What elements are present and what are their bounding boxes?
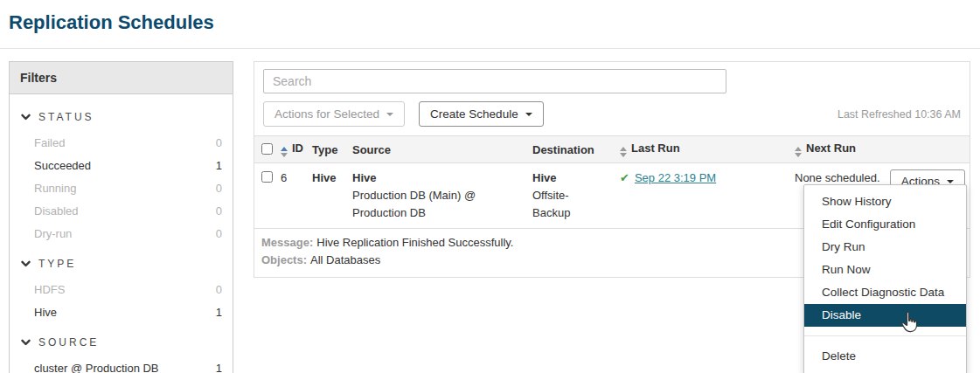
search-row [254,62,970,100]
row-select-cell [254,163,277,229]
filter-section-source: SOURCE cluster @ Production DB 1 [20,336,222,373]
filter-item-count: 0 [216,281,222,298]
row-destination-cell: Hive Offsite- Backup [529,163,616,229]
column-header-label: Source [352,143,391,156]
filters-body: STATUS Failed 0 Succeeded 1 Running [10,94,233,373]
row-last-run-cell: ✔Sep 22 3:19 PM [616,163,791,229]
create-schedule-label: Create Schedule [430,107,518,121]
filter-item-count: 0 [216,225,222,242]
actions-for-selected-button[interactable]: Actions for Selected [263,101,405,127]
filter-item-label: Dry-run [34,225,72,242]
filter-section-source-header[interactable]: SOURCE [20,336,222,349]
menu-item-show-history[interactable]: Show History [804,190,966,213]
filter-item-count: 1 [216,157,222,174]
row-source-cell: Hive Production DB (Main) @ Production D… [349,163,529,229]
destination-service: Hive [532,169,613,187]
filter-section-label: STATUS [38,111,94,123]
column-header-label: Last Run [631,142,680,155]
filter-item-label: Succeeded [34,157,91,174]
menu-item-collect-diagnostic-data[interactable]: Collect Diagnostic Data [804,281,966,304]
filter-item-running[interactable]: Running 0 [20,176,222,199]
message-value: Hive Replication Finished Successfully. [316,236,513,249]
column-header-label: Destination [532,143,594,156]
filter-items: HDFS 0 Hive 1 [20,278,222,323]
filter-item-count: 1 [216,360,222,373]
sort-icon [620,147,627,157]
filter-section-type-header[interactable]: TYPE [20,258,222,270]
filter-items: Failed 0 Succeeded 1 Running 0 Disable [20,131,222,245]
column-header-label: Type [312,143,337,156]
filter-item-hdfs[interactable]: HDFS 0 [20,278,222,300]
filter-item-disabled[interactable]: Disabled 0 [20,199,222,222]
objects-label: Objects: [261,253,307,266]
menu-item-dry-run[interactable]: Dry Run [804,236,966,259]
caret-down-icon [947,180,954,183]
chevron-down-icon [21,111,31,123]
column-header-destination: Destination [529,136,616,163]
filter-item-label: Failed [34,135,65,151]
filter-item-succeeded[interactable]: Succeeded 1 [20,154,222,176]
chevron-down-icon [21,336,31,349]
destination-detail-line: Backup [532,204,613,222]
objects-value: All Databases [310,253,380,266]
sort-icon [281,147,288,157]
destination-detail-line: Offsite- [532,187,613,204]
filter-item-count: 0 [216,180,222,197]
column-header-source: Source [349,136,529,163]
filter-section-type: TYPE HDFS 0 Hive 1 [20,258,222,323]
filter-item-dry-run[interactable]: Dry-run 0 [20,222,222,245]
menu-item-run-now[interactable]: Run Now [804,259,966,281]
select-all-header [254,136,277,163]
filter-item-label: Disabled [34,203,79,219]
filter-item-count: 0 [216,135,222,151]
chevron-down-icon [21,258,31,270]
column-header-type: Type [309,136,349,163]
row-id-cell: 6 [277,163,309,229]
header-divider [0,48,980,49]
menu-item-edit-configuration[interactable]: Edit Configuration [804,213,966,236]
menu-item-disable[interactable]: Disable [804,304,966,327]
last-run-link[interactable]: Sep 22 3:19 PM [635,171,716,184]
toolbar: Actions for Selected Create Schedule Las… [254,100,970,135]
filter-item-count: 1 [216,304,222,321]
sort-icon [795,147,802,157]
column-header-next-run[interactable]: Next Run [791,136,970,163]
filter-item-hive[interactable]: Hive 1 [20,300,222,323]
replication-schedules-page: Replication Schedules Filters STATUS Fai… [0,0,980,373]
menu-item-delete[interactable]: Delete [804,345,966,368]
caret-down-icon [525,113,532,116]
column-header-label: ID [292,142,303,155]
message-label: Message: [261,236,313,249]
actions-for-selected-label: Actions for Selected [275,107,379,121]
filter-item-label: Running [34,180,76,197]
table-header-row: ID Type Source Destination Last Run Next… [254,136,970,163]
select-all-checkbox[interactable] [261,143,273,155]
actions-dropdown-menu: Show History Edit Configuration Dry Run … [803,184,967,373]
column-header-last-run[interactable]: Last Run [616,136,791,163]
create-schedule-button[interactable]: Create Schedule [419,101,544,127]
row-type-cell: Hive [309,163,349,229]
filters-header: Filters [10,62,233,94]
source-detail-line: Production DB (Main) @ [352,187,525,204]
filter-item-cluster-production-db[interactable]: cluster @ Production DB 1 [20,356,222,373]
filter-item-label: cluster @ Production DB [34,360,159,373]
filter-item-failed[interactable]: Failed 0 [20,131,222,154]
menu-divider [804,335,966,336]
filter-item-label: HDFS [34,281,65,298]
column-header-id[interactable]: ID [277,136,309,163]
filter-section-label: SOURCE [38,336,99,349]
filters-sidebar: Filters STATUS Failed 0 Succeeded [9,61,233,373]
caret-down-icon [386,113,393,116]
success-check-icon: ✔ [620,171,629,184]
filter-items: cluster @ Production DB 1 [20,356,222,373]
column-header-label: Next Run [806,142,856,155]
row-checkbox[interactable] [261,171,273,183]
filter-section-label: TYPE [38,258,76,270]
last-refreshed-text: Last Refreshed 10:36 AM [838,108,961,121]
search-input[interactable] [263,69,726,93]
page-title: Replication Schedules [0,0,980,34]
filter-item-label: Hive [34,304,57,321]
hand-cursor-icon [900,311,920,336]
filter-item-count: 0 [216,203,222,219]
filter-section-status-header[interactable]: STATUS [20,111,222,123]
